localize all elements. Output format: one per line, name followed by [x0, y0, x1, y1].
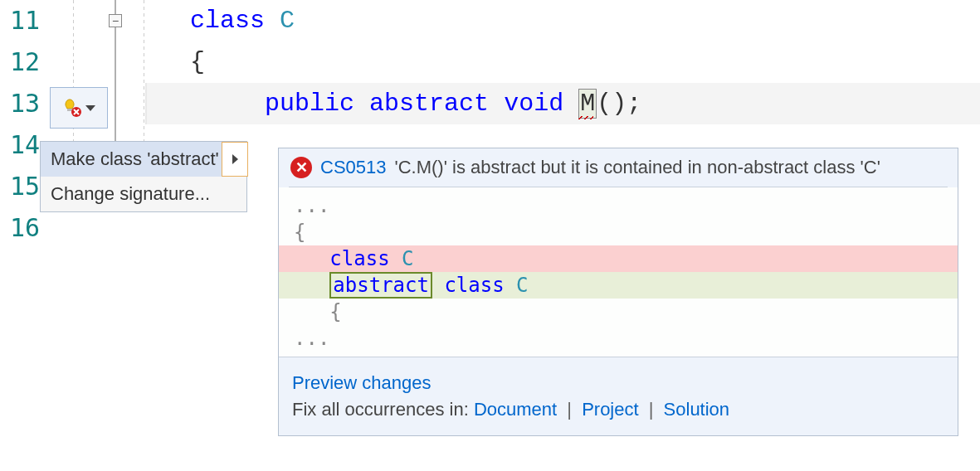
- diff-context: {: [279, 219, 958, 245]
- diff-context: ...: [279, 325, 958, 352]
- diff-context: {: [279, 299, 958, 325]
- diff-preview: ... { class C abstract class C { ...: [279, 187, 958, 357]
- diff-context: ...: [279, 192, 958, 219]
- code-line[interactable]: class C: [145, 0, 980, 41]
- quick-actions-menu: Make class 'abstract' Change signature..…: [40, 141, 247, 212]
- keyword-abstract: abstract: [369, 90, 489, 118]
- preview-header: ✕ CS0513 'C.M()' is abstract but it is c…: [279, 148, 958, 187]
- fix-scope-project[interactable]: Project: [582, 399, 638, 420]
- preview-footer: Preview changes Fix all occurrences in: …: [279, 357, 958, 435]
- line-number: 12: [0, 41, 50, 83]
- diff-removed-line: class C: [279, 245, 958, 272]
- fold-column: −: [50, 0, 145, 471]
- svg-rect-0: [67, 109, 72, 111]
- error-message: 'C.M()' is abstract but it is contained …: [395, 157, 880, 178]
- preview-changes-link[interactable]: Preview changes: [292, 372, 431, 393]
- line-number: 13: [0, 83, 50, 124]
- error-squiggle-icon: [578, 116, 593, 119]
- line-number-gutter: 11 12 13 14 15 16: [0, 0, 50, 471]
- quickfix-item-label: Make class 'abstract': [51, 148, 219, 169]
- keyword-public: public: [265, 90, 354, 118]
- code-line[interactable]: {: [145, 41, 980, 83]
- inserted-token: abstract: [329, 272, 432, 299]
- error-icon: ✕: [290, 157, 312, 178]
- preview-panel: ✕ CS0513 'C.M()' is abstract but it is c…: [278, 148, 958, 436]
- type-name: C: [280, 7, 295, 35]
- quickfix-make-abstract[interactable]: Make class 'abstract': [41, 142, 246, 177]
- quickfix-change-signature[interactable]: Change signature...: [41, 177, 246, 211]
- current-line[interactable]: public abstract void M();: [145, 83, 980, 124]
- keyword-void: void: [504, 90, 563, 118]
- fix-all-label: Fix all occurrences in:: [292, 399, 469, 420]
- indent-guide: [144, 0, 144, 145]
- line-number: 11: [0, 0, 50, 41]
- fix-scope-solution[interactable]: Solution: [664, 399, 730, 420]
- separator: |: [567, 399, 572, 420]
- error-code-link[interactable]: CS0513: [320, 157, 387, 178]
- lightbulb-error-icon: [62, 98, 82, 118]
- fix-scope-document[interactable]: Document: [474, 399, 557, 420]
- call-suffix: ();: [597, 90, 641, 118]
- line-number: 16: [0, 207, 50, 249]
- diff-added-line: abstract class C: [279, 272, 958, 299]
- method-name: M: [578, 83, 597, 124]
- dropdown-arrow-icon: [85, 105, 95, 111]
- brace: {: [190, 48, 205, 76]
- fold-toggle-icon[interactable]: −: [109, 14, 122, 27]
- quick-action-button[interactable]: [50, 87, 108, 129]
- submenu-arrow-icon[interactable]: [222, 142, 248, 177]
- separator: |: [649, 399, 654, 420]
- keyword-class: class: [190, 7, 265, 35]
